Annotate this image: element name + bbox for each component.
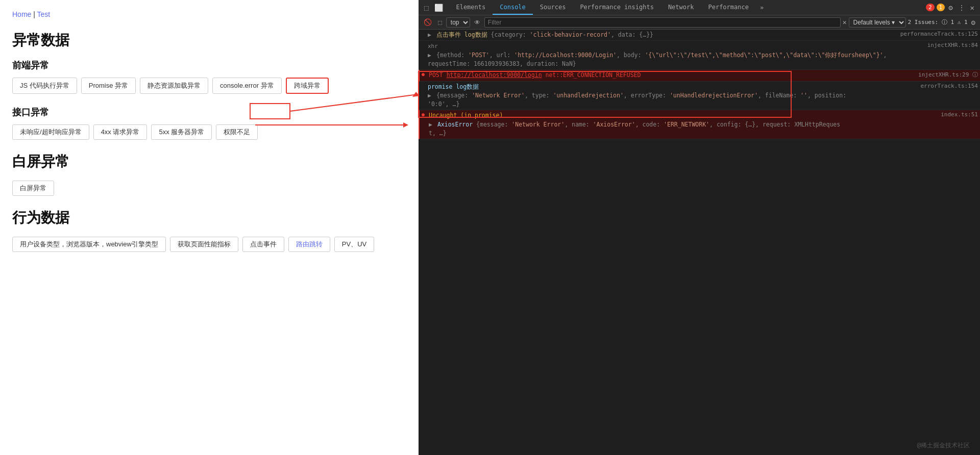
devtools-topbar: ⬚ ⬜ Elements Console Sources Performance… bbox=[419, 0, 980, 15]
log-source-3[interactable]: injectXHR.ts:29 ⓘ bbox=[918, 71, 978, 79]
close-icon[interactable]: ✕ bbox=[969, 2, 976, 13]
error-url[interactable]: http://localhost:9000/login bbox=[447, 71, 542, 79]
top-selector[interactable]: top bbox=[446, 17, 470, 28]
btn-performance[interactable]: 获取页面性能指标 bbox=[170, 237, 238, 252]
devtools-panel: ⬚ ⬜ Elements Console Sources Performance… bbox=[419, 0, 980, 455]
settings-icon[interactable]: ⚙ bbox=[947, 2, 954, 13]
log-source-4[interactable]: errorTrack.ts:154 bbox=[920, 83, 978, 89]
breadcrumb: Home | Test bbox=[12, 10, 406, 18]
log-source-5[interactable]: index.ts:51 bbox=[941, 111, 978, 118]
log-entry-click-event: ▶ 点击事件 log数据 {category: 'click-behavior-… bbox=[419, 30, 980, 41]
issues-badge: 2 Issues: ⓘ 1 ⚠ 1 bbox=[908, 18, 968, 26]
issues-settings-icon[interactable]: ⚙ bbox=[970, 17, 977, 28]
log-entry-uncaught: ● Uncaught (in promise) ▶ AxiosError {me… bbox=[419, 110, 980, 139]
tab-elements[interactable]: Elements bbox=[449, 0, 493, 15]
eye-icon[interactable]: 👁 bbox=[472, 18, 482, 27]
tab-performance-insights[interactable]: Performance insights bbox=[573, 0, 661, 15]
btn-group-frontend: JS 代码执行异常 Promise 异常 静态资源加载异常 console.er… bbox=[12, 78, 406, 94]
breadcrumb-test[interactable]: Test bbox=[37, 10, 51, 18]
log-content-5: Uncaught (in promise) ▶ AxiosError {mess… bbox=[429, 111, 937, 138]
btn-5xx-error[interactable]: 5xx 服务器异常 bbox=[151, 124, 212, 140]
log-content-4: promise log数据 ▶ {message: 'Network Error… bbox=[428, 83, 916, 109]
device-icon[interactable]: ⬜ bbox=[433, 2, 445, 13]
tab-performance[interactable]: Performance bbox=[701, 0, 755, 15]
console-output: ▶ 点击事件 log数据 {category: 'click-behavior-… bbox=[419, 30, 980, 455]
btn-4xx-error[interactable]: 4xx 请求异常 bbox=[93, 124, 148, 140]
section-title-abnormal: 异常数据 bbox=[12, 31, 406, 50]
badge-errors: 2 bbox=[926, 4, 935, 11]
badge-warnings: 1 bbox=[937, 4, 945, 11]
error-icon-3: ● bbox=[422, 71, 429, 77]
tab-console[interactable]: Console bbox=[493, 0, 533, 15]
tab-sources[interactable]: Sources bbox=[533, 0, 573, 15]
log-content-2: xhr ▶ {method: 'POST', url: 'http://Loca… bbox=[428, 42, 923, 68]
btn-permission-error[interactable]: 权限不足 bbox=[216, 124, 258, 140]
btn-group-behavior: 用户设备类型，浏览器版本，webview引擎类型 获取页面性能指标 点击事件 路… bbox=[12, 237, 406, 252]
subtitle-frontend: 前端异常 bbox=[12, 59, 406, 71]
section-title-blank: 白屏异常 bbox=[12, 152, 406, 171]
breadcrumb-home[interactable]: Home bbox=[12, 10, 31, 18]
error-icon-5: ● bbox=[422, 112, 429, 117]
btn-static-error[interactable]: 静态资源加载异常 bbox=[140, 78, 208, 94]
btn-route-jump[interactable]: 路由跳转 bbox=[288, 237, 330, 252]
btn-timeout-error[interactable]: 未响应/超时响应异常 bbox=[12, 124, 89, 140]
log-content-1: ▶ 点击事件 log数据 {category: 'click-behavior-… bbox=[428, 31, 896, 39]
ellipsis-icon[interactable]: ⋮ bbox=[957, 2, 967, 13]
tab-more[interactable]: » bbox=[756, 0, 768, 15]
breadcrumb-sep: | bbox=[33, 10, 37, 18]
inspect-icon[interactable]: ⬚ bbox=[423, 2, 430, 13]
clear-search-icon[interactable]: ✕ bbox=[843, 18, 847, 26]
log-entry-xhr: xhr ▶ {method: 'POST', url: 'http://Loca… bbox=[419, 41, 980, 70]
btn-blank-screen[interactable]: 白屏异常 bbox=[12, 181, 54, 196]
btn-pv-uv[interactable]: PV、UV bbox=[334, 237, 374, 252]
filter-icon[interactable]: ⬚ bbox=[436, 17, 444, 27]
prohibit-icon[interactable]: 🚫 bbox=[422, 17, 434, 27]
btn-promise-error[interactable]: Promise 异常 bbox=[81, 78, 136, 94]
btn-device-info[interactable]: 用户设备类型，浏览器版本，webview引擎类型 bbox=[12, 237, 166, 252]
btn-cross-domain-error[interactable]: 跨域异常 bbox=[286, 78, 329, 94]
default-levels-selector[interactable]: Default levels ▾ bbox=[849, 17, 906, 28]
btn-click-event[interactable]: 点击事件 bbox=[242, 237, 284, 252]
tab-network[interactable]: Network bbox=[661, 0, 701, 15]
devtools-tabs: Elements Console Sources Performance ins… bbox=[449, 0, 768, 15]
devtools-icons-left: ⬚ ⬜ bbox=[419, 2, 449, 13]
btn-js-error[interactable]: JS 代码执行异常 bbox=[12, 78, 77, 94]
subtitle-interface: 接口异常 bbox=[12, 106, 406, 118]
section-title-behavior: 行为数据 bbox=[12, 208, 406, 228]
left-panel: Home | Test 异常数据 前端异常 JS 代码执行异常 Promise … bbox=[0, 0, 419, 455]
log-entry-promise: promise log数据 ▶ {message: 'Network Error… bbox=[419, 82, 980, 111]
log-entry-post-error: ● POST http://localhost:9000/login net::… bbox=[419, 70, 980, 81]
devtools-right-icons: 2 1 ⚙ ⋮ ✕ bbox=[926, 2, 980, 13]
watermark: @稀土掘金技术社区 bbox=[917, 441, 970, 450]
log-source-2[interactable]: injectXHR.ts:84 bbox=[927, 42, 978, 48]
btn-group-interface: 未响应/超时响应异常 4xx 请求异常 5xx 服务器异常 权限不足 bbox=[12, 124, 406, 140]
console-search-input[interactable] bbox=[484, 17, 841, 28]
log-content-3: POST http://localhost:9000/login net::ER… bbox=[429, 71, 914, 80]
console-toolbar: 🚫 ⬚ top 👁 ✕ Default levels ▾ 2 Issues: ⓘ… bbox=[419, 15, 980, 30]
btn-console-error[interactable]: console.error 异常 bbox=[212, 78, 281, 94]
btn-group-blank: 白屏异常 bbox=[12, 181, 406, 196]
log-source-1[interactable]: performanceTrack.ts:125 bbox=[900, 31, 978, 37]
